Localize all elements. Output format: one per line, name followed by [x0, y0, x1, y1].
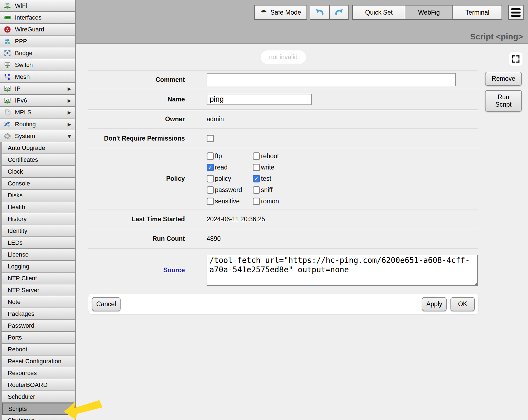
ok-button[interactable]: OK	[450, 297, 475, 311]
cancel-button[interactable]: Cancel	[92, 297, 121, 311]
sidebar-subitem-console[interactable]: Console	[2, 178, 75, 190]
sidebar-subitem-logging[interactable]: Logging	[2, 261, 75, 273]
sidebar-item-interfaces[interactable]: Interfaces	[0, 12, 75, 24]
checkbox-unchecked-icon[interactable]	[207, 198, 214, 205]
policy-sensitive-checkbox[interactable]: sensitive	[207, 198, 253, 205]
source-input[interactable]: /tool fetch url="https://hc-ping.com/620…	[207, 255, 478, 286]
policy-ftp-checkbox[interactable]: ftp	[207, 152, 253, 160]
checkbox-unchecked-icon[interactable]	[253, 198, 260, 205]
side-action-buttons: Remove Run Script	[485, 72, 522, 112]
sidebar-main-menu: WiFiInterfacesWireGuardPPPBridgeSwitchMe…	[0, 0, 75, 142]
sidebar-subitem-label: NTP Client	[8, 275, 37, 282]
sidebar-subitem-resources[interactable]: Resources	[2, 367, 75, 379]
redo-button[interactable]	[329, 5, 349, 20]
sidebar-item-label: WiFi	[15, 2, 27, 9]
checkbox-checked-icon[interactable]: ✓	[253, 175, 260, 182]
comment-label: Comment	[88, 76, 185, 84]
fullscreen-icon	[512, 55, 520, 63]
tab-webfig[interactable]: WebFig	[405, 5, 453, 20]
sidebar-subitem-health[interactable]: Health	[2, 201, 75, 213]
remove-button[interactable]: Remove	[485, 72, 522, 86]
sidebar-item-label: IP	[15, 85, 21, 92]
sidebar-subitem-label: LEDs	[8, 239, 23, 246]
checkbox-unchecked-icon[interactable]	[253, 164, 260, 171]
sidebar-item-ipv6[interactable]: v6IPv6▶	[0, 95, 75, 107]
undo-icon	[315, 8, 324, 17]
sidebar-item-bridge[interactable]: Bridge	[0, 47, 75, 59]
checkbox-unchecked-icon[interactable]	[207, 152, 214, 160]
sidebar-item-mesh[interactable]: Mesh	[0, 71, 75, 83]
chevron-right-icon: ▶	[68, 98, 71, 103]
sidebar-subitem-certificates[interactable]: Certificates	[2, 154, 75, 166]
policy-option-label: write	[261, 164, 274, 171]
sidebar-item-mpls[interactable]: MPLS▶	[0, 107, 75, 119]
fullscreen-button[interactable]	[509, 52, 522, 66]
ipv6-icon: v6	[3, 96, 12, 105]
checkbox-unchecked-icon[interactable]	[253, 152, 260, 160]
sidebar-system-submenu: Auto UpgradeCertificatesClockConsoleDisk…	[0, 142, 75, 420]
dont-require-permissions-row: Don't Require Permissions	[88, 128, 478, 148]
policy-read-checkbox[interactable]: ✓read	[207, 164, 253, 171]
sidebar-subitem-packages[interactable]: Packages	[2, 308, 75, 320]
sidebar-subitem-label: Note	[8, 298, 20, 306]
sidebar-item-label: Bridge	[15, 50, 33, 57]
undo-redo-group	[310, 5, 349, 20]
sidebar-subitem-history[interactable]: History	[2, 213, 75, 225]
checkbox-unchecked-icon[interactable]	[253, 186, 260, 194]
ppp-icon	[3, 37, 12, 45]
policy-password-checkbox[interactable]: password	[207, 186, 253, 194]
checkbox-unchecked-icon[interactable]	[207, 175, 214, 182]
sidebar-item-wireguard[interactable]: WireGuard	[0, 24, 75, 36]
sidebar-subitem-identity[interactable]: Identity	[2, 225, 75, 237]
sidebar-subitem-disks[interactable]: Disks	[2, 190, 75, 201]
sidebar-subitem-routerboard[interactable]: RouterBOARD	[2, 379, 75, 391]
last-time-started-row: Last Time Started 2024-06-11 20:36:25	[88, 209, 478, 229]
policy-test-checkbox[interactable]: ✓test	[253, 175, 299, 182]
sidebar-subitem-auto-upgrade[interactable]: Auto Upgrade	[2, 142, 75, 154]
sidebar-subitem-clock[interactable]: Clock	[2, 166, 75, 178]
sidebar-subitem-reboot[interactable]: Reboot	[2, 344, 75, 356]
tab-terminal[interactable]: Terminal	[452, 5, 502, 20]
wireguard-icon	[3, 25, 12, 34]
comment-input[interactable]	[207, 73, 456, 86]
sidebar-subitem-ntp-client[interactable]: NTP Client	[2, 273, 75, 284]
policy-romon-checkbox[interactable]: romon	[253, 198, 299, 205]
sidebar-subitem-note[interactable]: Note	[2, 296, 75, 308]
tab-quick-set[interactable]: Quick Set	[352, 5, 405, 20]
checkbox-checked-icon[interactable]: ✓	[207, 164, 214, 171]
name-input[interactable]	[207, 94, 312, 105]
sidebar-subitem-leds[interactable]: LEDs	[2, 237, 75, 249]
policy-sniff-checkbox[interactable]: sniff	[253, 186, 299, 194]
sidebar-subitem-label: Console	[8, 180, 30, 187]
sidebar-subitem-license[interactable]: License	[2, 249, 75, 261]
sidebar-subitem-ports[interactable]: Ports	[2, 332, 75, 344]
sidebar-item-system[interactable]: System▼	[0, 130, 75, 142]
sidebar-item-wifi[interactable]: WiFi	[0, 0, 75, 12]
sidebar-item-label: Mesh	[15, 73, 30, 80]
page-title: Script <ping>	[470, 32, 523, 41]
sidebar-item-ppp[interactable]: PPP	[0, 36, 75, 47]
hamburger-menu-button[interactable]	[508, 5, 524, 20]
sidebar-item-ip[interactable]: 255IP▶	[0, 83, 75, 95]
sidebar-item-routing[interactable]: Routing▶	[0, 119, 75, 130]
safe-mode-button[interactable]: ☂ Safe Mode	[254, 5, 307, 20]
sidebar-subitem-label: Packages	[8, 310, 34, 317]
policy-reboot-checkbox[interactable]: reboot	[253, 152, 299, 160]
sidebar-subitem-password[interactable]: Password	[2, 320, 75, 332]
dont-require-permissions-checkbox[interactable]	[207, 135, 214, 142]
sidebar-item-switch[interactable]: Switch	[0, 59, 75, 71]
sidebar-subitem-label: Shutdown	[8, 417, 35, 420]
run-script-button[interactable]: Run Script	[485, 90, 522, 112]
apply-button[interactable]: Apply	[422, 297, 447, 311]
sidebar-subitem-ntp-server[interactable]: NTP Server	[2, 284, 75, 296]
checkbox-unchecked-icon[interactable]	[207, 186, 214, 194]
sidebar-subitem-reset-configuration[interactable]: Reset Configuration	[2, 356, 75, 367]
undo-button[interactable]	[310, 5, 330, 20]
chevron-right-icon: ▶	[68, 86, 71, 91]
policy-write-checkbox[interactable]: write	[253, 164, 299, 171]
toolbar: ☂ Safe Mode Quick Set WebFig Terminal	[254, 5, 524, 20]
policy-policy-checkbox[interactable]: policy	[207, 175, 253, 182]
svg-text:v6: v6	[6, 98, 9, 101]
sidebar-subitem-label: Password	[8, 322, 34, 329]
sidebar-subitem-label: Reboot	[8, 346, 27, 353]
